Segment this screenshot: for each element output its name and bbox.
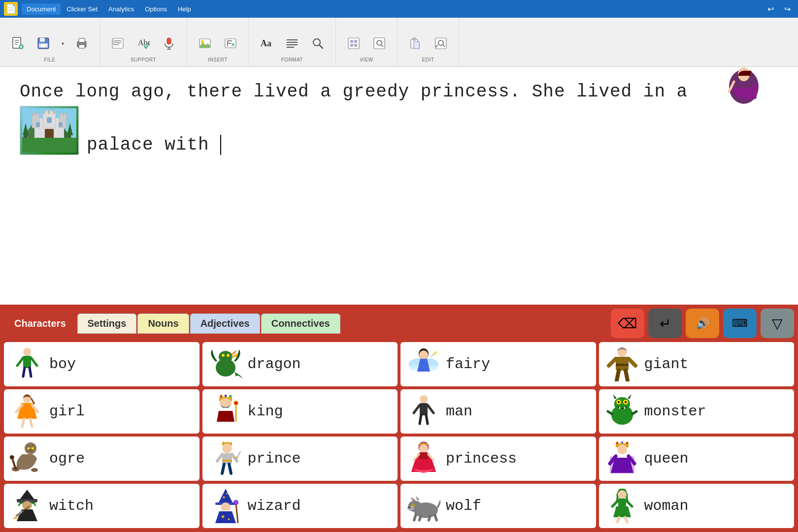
svg-line-40: [319, 45, 323, 48]
clipboard-button[interactable]: [403, 31, 427, 55]
tab-nouns[interactable]: Nouns: [137, 313, 189, 334]
print-button[interactable]: [70, 31, 94, 55]
svg-rect-122: [216, 408, 235, 411]
svg-text:★: ★: [226, 492, 228, 495]
svg-line-85: [31, 358, 37, 366]
svg-rect-8: [40, 38, 45, 42]
wolf-image: [406, 489, 441, 523]
undo-button[interactable]: ↩: [764, 3, 777, 14]
svg-point-210: [408, 506, 411, 508]
svg-point-89: [219, 351, 233, 363]
woman-image: [605, 489, 639, 523]
grid-item-boy[interactable]: boy: [4, 342, 200, 386]
grid-item-prince[interactable]: prince: [202, 437, 398, 481]
grid-item-wolf[interactable]: wolf: [400, 484, 596, 528]
svg-line-130: [428, 405, 433, 413]
grid-item-dragon[interactable]: dragon: [202, 342, 398, 386]
svg-line-129: [414, 405, 420, 413]
king-label: king: [248, 403, 392, 420]
svg-rect-123: [216, 422, 235, 425]
menu-analytics[interactable]: Analytics: [103, 3, 139, 15]
grid-item-monster[interactable]: monster: [599, 389, 795, 434]
tabs-container: Characters Settings Nouns Adjectives Con…: [4, 313, 340, 334]
woman-label: woman: [644, 498, 789, 514]
keyboard-button[interactable]: ⌨: [723, 309, 757, 338]
grid-item-giant[interactable]: giant: [599, 342, 795, 386]
grid-item-woman[interactable]: woman: [599, 484, 795, 528]
menu-clicker-set[interactable]: Clicker Set: [62, 3, 102, 15]
redo-button[interactable]: ↪: [780, 3, 794, 14]
svg-rect-76: [45, 129, 54, 138]
svg-marker-193: [218, 489, 233, 503]
menu-help[interactable]: Help: [173, 3, 196, 15]
svg-point-159: [222, 443, 232, 453]
toolbar-group-file: ▾ FILE: [0, 18, 100, 66]
align-button[interactable]: [280, 31, 304, 55]
edit2-button[interactable]: [429, 31, 453, 55]
font-button[interactable]: Aa: [255, 31, 278, 55]
svg-rect-52: [435, 38, 446, 49]
svg-line-165: [229, 464, 231, 473]
menu-options[interactable]: Options: [140, 3, 172, 15]
svg-line-164: [222, 464, 224, 473]
grid-item-ogre[interactable]: ogre: [4, 437, 200, 481]
svg-point-119: [225, 395, 227, 397]
main-content: Once long ago, there lived a greedy prin…: [0, 67, 798, 532]
speak-button[interactable]: 🔊: [686, 309, 719, 338]
more-button[interactable]: ▽: [761, 309, 794, 338]
tab-settings[interactable]: Settings: [77, 313, 137, 334]
king-image: [208, 394, 243, 429]
enter-button[interactable]: ↵: [648, 309, 682, 338]
svg-rect-72: [63, 113, 65, 116]
ogre-label: ogre: [49, 450, 194, 467]
grid-item-man[interactable]: man: [400, 389, 596, 434]
svg-rect-10: [41, 44, 46, 47]
microphone-button[interactable]: [157, 31, 181, 55]
svg-line-112: [22, 419, 24, 427]
svg-line-207: [435, 515, 437, 520]
find-button[interactable]: [306, 31, 330, 55]
window-controls: ↩ ↪: [764, 3, 794, 14]
grid-item-witch[interactable]: witch: [4, 484, 200, 528]
document-area[interactable]: Once long ago, there lived a greedy prin…: [0, 67, 798, 305]
tab-adjectives[interactable]: Adjectives: [190, 313, 260, 334]
image-button[interactable]: [193, 31, 217, 55]
svg-rect-23: [167, 38, 171, 44]
spellcheck-button[interactable]: Abc: [132, 31, 155, 55]
svg-text:3: 3: [113, 43, 114, 46]
svg-point-126: [234, 402, 237, 405]
queen-image: [605, 441, 639, 476]
svg-marker-157: [226, 441, 228, 442]
save-button[interactable]: [32, 31, 55, 55]
svg-marker-187: [20, 490, 34, 500]
svg-line-104: [609, 359, 616, 366]
grid-item-princess[interactable]: princess: [400, 437, 596, 481]
grid-item-queen[interactable]: queen: [599, 437, 795, 481]
list-button[interactable]: 1 2 3: [106, 31, 130, 55]
witch-label: witch: [49, 498, 194, 514]
grid-item-girl[interactable]: girl: [4, 389, 200, 434]
wizard-image: ★ ★ ★ ✦: [208, 489, 243, 523]
grid-item-wizard[interactable]: ★ ★ ★ ✦: [202, 484, 398, 528]
symbol-button[interactable]: [219, 31, 242, 55]
svg-rect-41: [348, 38, 359, 49]
svg-line-106: [617, 371, 619, 380]
document-line2: palace with: [20, 106, 778, 155]
svg-point-97: [419, 350, 428, 359]
tab-characters[interactable]: Characters: [4, 313, 76, 334]
save-dropdown[interactable]: ▾: [57, 31, 68, 55]
grid-item-fairy[interactable]: ✦ fairy: [400, 342, 596, 386]
monster-image: [605, 394, 639, 429]
svg-rect-218: [618, 499, 626, 507]
grid-item-king[interactable]: king: [202, 389, 398, 434]
svg-point-118: [220, 395, 222, 397]
castle-image: [20, 106, 79, 155]
svg-point-134: [614, 397, 630, 411]
tab-connectives[interactable]: Connectives: [261, 313, 340, 334]
template-button[interactable]: [342, 31, 366, 55]
svg-rect-51: [414, 42, 419, 49]
backspace-button[interactable]: ⌫: [611, 309, 644, 338]
view-find-button[interactable]: [367, 31, 391, 55]
menu-document[interactable]: Document: [22, 3, 61, 15]
new-file-button[interactable]: [6, 31, 30, 55]
